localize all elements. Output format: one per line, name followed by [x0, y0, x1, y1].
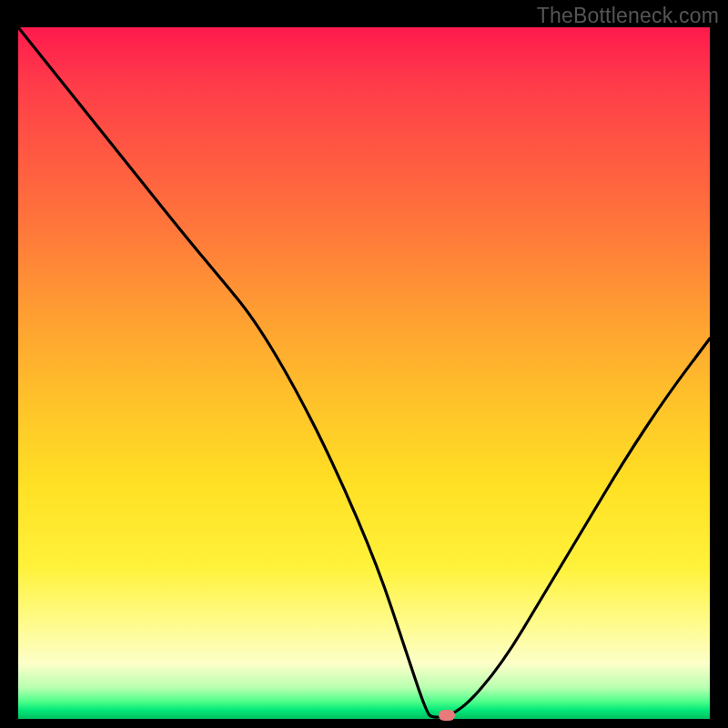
curve-path [18, 27, 710, 717]
chart-container: TheBottleneck.com [0, 0, 728, 728]
plot-area [18, 27, 710, 719]
watermark-label: TheBottleneck.com [537, 4, 719, 28]
optimal-marker [439, 710, 455, 721]
bottleneck-curve [18, 27, 710, 719]
